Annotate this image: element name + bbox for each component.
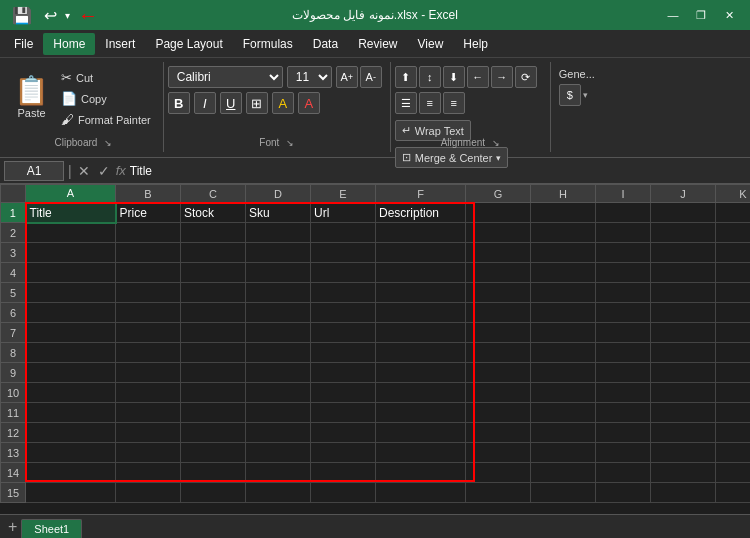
cell-H8[interactable] [531,343,596,363]
cell-F8[interactable] [376,343,466,363]
cell-H4[interactable] [531,263,596,283]
spreadsheet[interactable]: A B C D E F G H I J K 1TitlePriceStockSk… [0,184,750,514]
orientation-button[interactable]: ⟳ [515,66,537,88]
alignment-expand-icon[interactable]: ↘ [492,138,500,148]
cell-B15[interactable] [116,483,181,503]
cell-A10[interactable] [26,383,116,403]
cell-A3[interactable] [26,243,116,263]
cell-B7[interactable] [116,323,181,343]
cell-C7[interactable] [181,323,246,343]
cell-B14[interactable] [116,463,181,483]
cell-F14[interactable] [376,463,466,483]
cell-C6[interactable] [181,303,246,323]
cell-H7[interactable] [531,323,596,343]
row-header-6[interactable]: 6 [1,303,26,323]
cell-I6[interactable] [596,303,651,323]
cell-C14[interactable] [181,463,246,483]
cell-A11[interactable] [26,403,116,423]
col-header-f[interactable]: F [376,185,466,203]
row-header-9[interactable]: 9 [1,363,26,383]
cell-K9[interactable] [716,363,751,383]
cell-D8[interactable] [246,343,311,363]
cell-I5[interactable] [596,283,651,303]
cell-D3[interactable] [246,243,311,263]
cell-K4[interactable] [716,263,751,283]
cell-I15[interactable] [596,483,651,503]
cell-H12[interactable] [531,423,596,443]
col-header-e[interactable]: E [311,185,376,203]
cell-H5[interactable] [531,283,596,303]
increase-font-button[interactable]: A+ [336,66,358,88]
cell-H3[interactable] [531,243,596,263]
cell-A15[interactable] [26,483,116,503]
cell-J2[interactable] [651,223,716,243]
cell-C5[interactable] [181,283,246,303]
cell-G9[interactable] [466,363,531,383]
cell-H11[interactable] [531,403,596,423]
cell-C12[interactable] [181,423,246,443]
cell-I8[interactable] [596,343,651,363]
increase-indent-button[interactable]: → [491,66,513,88]
cell-G1[interactable] [466,203,531,223]
cell-J6[interactable] [651,303,716,323]
cell-K6[interactable] [716,303,751,323]
cell-I7[interactable] [596,323,651,343]
row-header-15[interactable]: 15 [1,483,26,503]
cell-B11[interactable] [116,403,181,423]
cell-I1[interactable] [596,203,651,223]
cell-B13[interactable] [116,443,181,463]
cell-A7[interactable] [26,323,116,343]
cell-E6[interactable] [311,303,376,323]
cell-K2[interactable] [716,223,751,243]
cell-H2[interactable] [531,223,596,243]
menu-insert[interactable]: Insert [95,33,145,55]
fill-color-button[interactable]: A [272,92,294,114]
cell-B6[interactable] [116,303,181,323]
align-bottom-button[interactable]: ⬇ [443,66,465,88]
cell-K7[interactable] [716,323,751,343]
cell-K14[interactable] [716,463,751,483]
cell-D10[interactable] [246,383,311,403]
cell-J4[interactable] [651,263,716,283]
cell-D11[interactable] [246,403,311,423]
cell-G5[interactable] [466,283,531,303]
cell-E11[interactable] [311,403,376,423]
cell-C4[interactable] [181,263,246,283]
cell-H9[interactable] [531,363,596,383]
cell-C2[interactable] [181,223,246,243]
cell-reference-input[interactable] [4,161,64,181]
confirm-formula-icon[interactable]: ✓ [96,163,112,179]
cell-A6[interactable] [26,303,116,323]
cell-J7[interactable] [651,323,716,343]
cell-I2[interactable] [596,223,651,243]
cell-K3[interactable] [716,243,751,263]
cell-E12[interactable] [311,423,376,443]
cell-B4[interactable] [116,263,181,283]
cell-E2[interactable] [311,223,376,243]
cell-G10[interactable] [466,383,531,403]
col-header-g[interactable]: G [466,185,531,203]
copy-button[interactable]: 📄 Copy [57,89,155,108]
cell-B12[interactable] [116,423,181,443]
row-header-1[interactable]: 1 [1,203,26,223]
align-middle-button[interactable]: ↕ [419,66,441,88]
row-header-13[interactable]: 13 [1,443,26,463]
cell-I12[interactable] [596,423,651,443]
cell-F1[interactable]: Description [376,203,466,223]
row-header-8[interactable]: 8 [1,343,26,363]
cell-A13[interactable] [26,443,116,463]
cell-A9[interactable] [26,363,116,383]
cell-D4[interactable] [246,263,311,283]
cell-A12[interactable] [26,423,116,443]
menu-file[interactable]: File [4,33,43,55]
cell-A5[interactable] [26,283,116,303]
currency-dropdown[interactable]: ▾ [583,90,588,100]
cell-I13[interactable] [596,443,651,463]
cell-B9[interactable] [116,363,181,383]
cell-E13[interactable] [311,443,376,463]
row-header-7[interactable]: 7 [1,323,26,343]
col-header-d[interactable]: D [246,185,311,203]
row-header-4[interactable]: 4 [1,263,26,283]
paste-button[interactable]: 📋 Paste [8,66,55,129]
cell-J14[interactable] [651,463,716,483]
